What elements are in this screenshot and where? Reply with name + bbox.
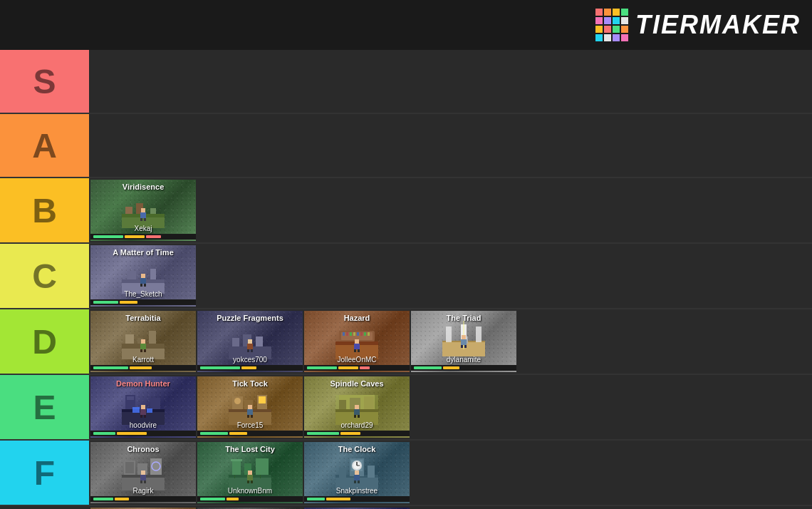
svg-rect-25 — [140, 349, 142, 352]
svg-rect-98 — [125, 462, 134, 473]
card-clock-title: The Clock — [304, 445, 410, 453]
svg-rect-33 — [247, 349, 249, 352]
card-viridisence[interactable]: Viridisence — [90, 180, 196, 241]
card-viridisence-author: Xekaj — [90, 225, 196, 232]
svg-rect-44 — [360, 332, 363, 336]
card-matter-author: The_Sketch — [90, 290, 196, 298]
svg-rect-129 — [354, 475, 360, 480]
tier-row-s: S — [0, 50, 812, 114]
svg-rect-103 — [140, 475, 146, 480]
tier-content-s — [89, 50, 812, 113]
svg-rect-67 — [132, 407, 140, 413]
card-demon-hunter[interactable]: Demon Hunter — [90, 376, 196, 438]
svg-rect-94 — [358, 415, 360, 418]
svg-rect-81 — [247, 409, 253, 415]
tier-content-c: A Matter of Time The_Sketch — [89, 244, 812, 308]
svg-rect-59 — [467, 336, 468, 344]
svg-rect-80 — [248, 405, 252, 409]
svg-rect-45 — [364, 332, 366, 336]
svg-rect-6 — [140, 212, 146, 218]
svg-rect-20 — [125, 334, 134, 344]
tier-content-d: Terrabitia Karrott — [89, 309, 812, 374]
svg-rect-34 — [251, 349, 253, 352]
card-triad-author: dylanamite — [411, 356, 516, 364]
tier-row-f: F Chronos — [0, 441, 812, 506]
card-matter-of-time[interactable]: A Matter of Time The_Sketch — [90, 245, 196, 307]
card-the-triad[interactable]: The Triad — [411, 311, 516, 372]
svg-rect-61 — [464, 345, 467, 348]
tier-row-b: B Viridisence — [0, 178, 812, 244]
svg-rect-46 — [368, 332, 370, 336]
svg-rect-66 — [150, 398, 160, 409]
svg-rect-72 — [144, 415, 146, 418]
card-viridisence-title: Viridisence — [90, 182, 196, 191]
card-hazard[interactable]: Hazard — [304, 311, 410, 372]
svg-rect-8 — [144, 218, 146, 221]
tier-label-s: S — [0, 50, 89, 113]
card-terrabitia-title: Terrabitia — [90, 314, 196, 322]
card-clock-author: Snakpinstree — [304, 487, 410, 495]
tier-label-f: F — [0, 441, 89, 505]
card-terrabitia[interactable]: Terrabitia Karrott — [90, 311, 196, 372]
svg-rect-26 — [144, 349, 146, 352]
svg-rect-57 — [462, 335, 466, 339]
tier-row-d: D Terrabitia — [0, 309, 812, 375]
svg-rect-130 — [354, 480, 356, 483]
card-tick-tock[interactable]: Tick Tock — [197, 376, 303, 438]
svg-rect-65 — [127, 396, 134, 400]
tier-list: S A B Viridisence — [0, 50, 812, 509]
svg-rect-5 — [141, 208, 145, 212]
svg-rect-112 — [234, 475, 235, 478]
tier-label-c: C — [0, 244, 89, 308]
svg-rect-43 — [357, 332, 359, 336]
svg-rect-109 — [231, 459, 242, 461]
tier-content-f: Chronos — [89, 441, 812, 505]
svg-rect-54 — [476, 327, 482, 342]
svg-rect-53 — [446, 327, 452, 342]
card-puzzle-author: yokces700 — [197, 356, 303, 364]
svg-rect-105 — [144, 480, 146, 483]
header: TiERMAKER — [0, 0, 812, 50]
svg-rect-39 — [343, 332, 345, 336]
tier-content-a — [89, 114, 812, 177]
svg-rect-13 — [150, 269, 156, 279]
tier-content-b: Viridisence — [89, 178, 812, 242]
logo: TiERMAKER — [595, 9, 801, 41]
card-terrabitia-author: Karrott — [90, 356, 196, 364]
card-lostcity-author: UnknownBnm — [197, 487, 303, 495]
svg-rect-2 — [125, 207, 132, 214]
card-lost-city[interactable]: The Lost City — [197, 442, 303, 503]
svg-rect-16 — [140, 284, 142, 287]
svg-rect-17 — [144, 284, 146, 287]
card-spindle-author: orchard29 — [304, 421, 410, 429]
svg-rect-58 — [461, 339, 467, 345]
svg-rect-111 — [256, 458, 269, 475]
svg-rect-49 — [354, 349, 356, 352]
svg-rect-82 — [247, 415, 249, 418]
svg-rect-30 — [256, 336, 263, 346]
card-demonhunter-title: Demon Hunter — [90, 379, 196, 388]
svg-rect-127 — [368, 466, 375, 478]
svg-rect-91 — [355, 405, 359, 409]
svg-rect-68 — [147, 408, 152, 413]
svg-rect-48 — [354, 344, 360, 349]
logo-grid-icon — [595, 9, 628, 41]
svg-rect-93 — [354, 415, 356, 418]
card-ticktock-author: Force15 — [197, 421, 303, 429]
card-triad-title: The Triad — [411, 314, 516, 322]
card-puzzle-fragments[interactable]: Puzzle Fragments yokces700 — [197, 311, 303, 372]
svg-rect-42 — [353, 332, 355, 336]
card-the-clock[interactable]: The Clock — [304, 442, 410, 503]
svg-rect-114 — [248, 471, 252, 475]
svg-rect-15 — [140, 278, 146, 284]
svg-rect-60 — [461, 345, 463, 348]
svg-rect-79 — [259, 396, 266, 403]
card-chronos[interactable]: Chronos — [90, 442, 196, 503]
card-matter-title: A Matter of Time — [90, 248, 196, 257]
svg-rect-24 — [140, 344, 146, 349]
card-chronos-author: Ragirk — [90, 487, 196, 495]
card-spindle-title: Spindle Caves — [304, 379, 410, 388]
card-spindle-caves[interactable]: Spindle Caves — [304, 376, 410, 438]
tier-content-e: Demon Hunter — [89, 375, 812, 439]
svg-rect-90 — [364, 396, 374, 409]
